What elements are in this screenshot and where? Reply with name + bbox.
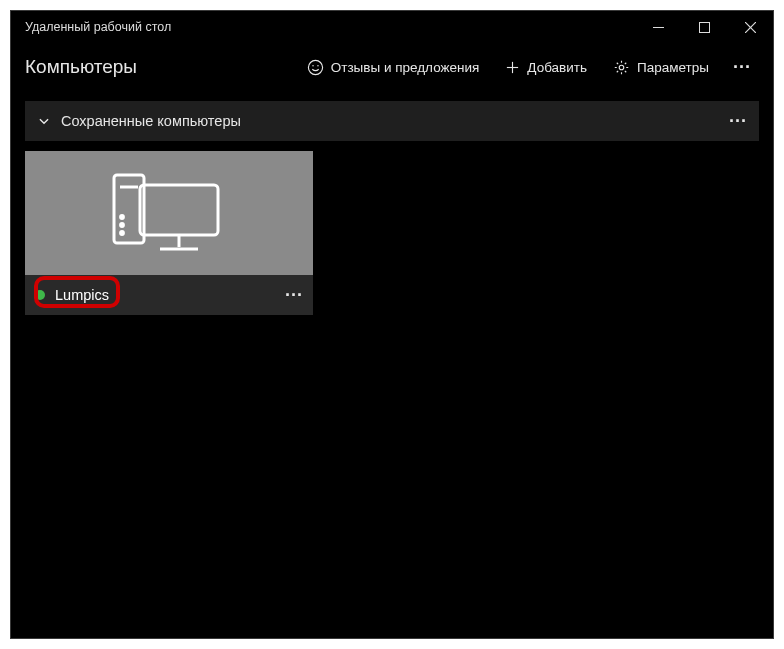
section-more-button[interactable]: ···	[729, 111, 747, 132]
content-area: Сохраненные компьютеры ···	[11, 91, 773, 638]
svg-point-4	[308, 60, 322, 74]
chevron-down-icon	[37, 114, 51, 128]
ellipsis-icon: ···	[733, 57, 751, 78]
svg-rect-15	[140, 185, 218, 235]
titlebar: Удаленный рабочий стол	[11, 11, 773, 43]
add-button[interactable]: Добавить	[495, 54, 597, 81]
app-window: Удаленный рабочий стол Компьютеры Отзывы…	[10, 10, 774, 639]
svg-point-12	[121, 216, 124, 219]
computer-thumbnail	[25, 151, 313, 275]
toolbar: Компьютеры Отзывы и предложения Добавить	[11, 43, 773, 91]
computer-card-footer: Lumpics ···	[25, 275, 313, 315]
svg-point-5	[312, 65, 313, 66]
page-title: Компьютеры	[25, 56, 291, 78]
section-title: Сохраненные компьютеры	[61, 113, 729, 129]
svg-point-13	[121, 224, 124, 227]
desktop-icon	[104, 167, 234, 259]
maximize-button[interactable]	[681, 11, 727, 43]
smile-icon	[307, 59, 324, 76]
svg-point-6	[317, 65, 318, 66]
minimize-button[interactable]	[635, 11, 681, 43]
computer-name: Lumpics	[55, 287, 285, 303]
settings-button[interactable]: Параметры	[603, 53, 719, 82]
feedback-button[interactable]: Отзывы и предложения	[297, 53, 490, 82]
computer-list: Lumpics ···	[25, 141, 759, 315]
settings-label: Параметры	[637, 60, 709, 75]
close-icon	[745, 22, 756, 33]
computer-more-button[interactable]: ···	[285, 285, 303, 306]
close-button[interactable]	[727, 11, 773, 43]
toolbar-more-button[interactable]: ···	[725, 51, 759, 84]
svg-point-9	[619, 65, 624, 70]
status-indicator	[35, 290, 45, 300]
window-controls	[635, 11, 773, 43]
add-label: Добавить	[527, 60, 587, 75]
minimize-icon	[653, 22, 664, 33]
svg-rect-1	[699, 22, 709, 32]
section-header[interactable]: Сохраненные компьютеры ···	[25, 101, 759, 141]
maximize-icon	[699, 22, 710, 33]
gear-icon	[613, 59, 630, 76]
computer-card[interactable]: Lumpics ···	[25, 151, 313, 315]
window-title: Удаленный рабочий стол	[25, 20, 635, 34]
plus-icon	[505, 60, 520, 75]
feedback-label: Отзывы и предложения	[331, 60, 480, 75]
svg-point-14	[121, 232, 124, 235]
